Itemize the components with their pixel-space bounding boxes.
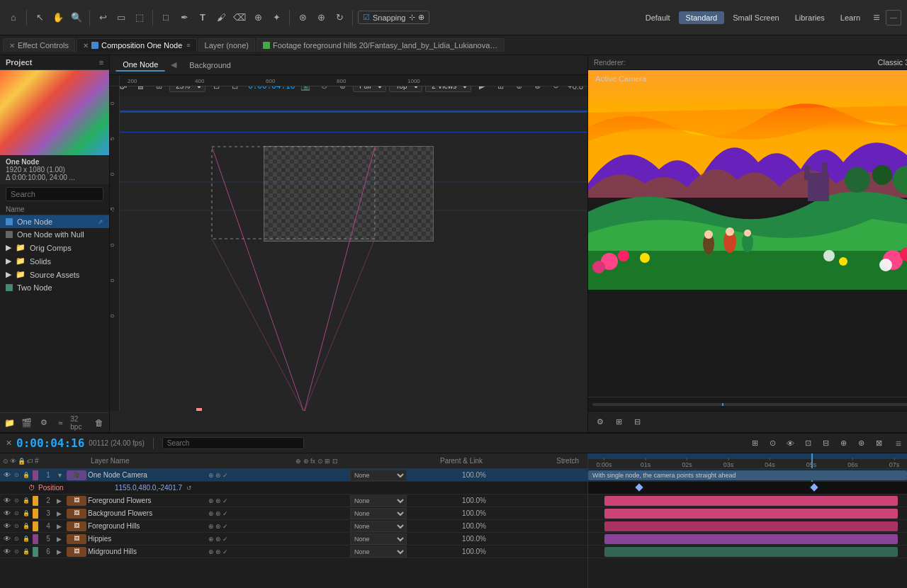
parent-select[interactable]: None [350,521,407,532]
footage-scrubber[interactable] [592,403,907,406]
layer-vis-toggle[interactable]: 👁 [0,522,14,530]
switch-3[interactable]: ✓ [222,510,228,517]
switch-1[interactable]: ⊕ [208,472,214,479]
trash-icon[interactable]: 🗑 [92,415,106,431]
solo-all-icon[interactable]: ⊙ [3,458,9,465]
workspace-libraries[interactable]: Libraries [788,11,832,24]
parent-select[interactable]: None [350,470,407,481]
anchor-icon[interactable]: ⊛ [295,10,310,26]
view-tab-background[interactable]: Background [182,60,238,71]
workspace-overflow-icon[interactable]: ≡ [869,10,884,26]
layer-solo[interactable]: ⊙ [14,510,23,516]
layer-vis-toggle[interactable]: 👁 [0,509,14,517]
layer-row[interactable]: 👁 ⊙ 🔒 5 ▶ 🖼 Hippies ⊕ ⊛ ✓ None 100.0 [0,533,587,545]
position-track-row[interactable] [588,482,907,494]
layer-solo[interactable]: ⊙ [14,536,23,542]
layer-vis-toggle[interactable]: 👁 [0,471,14,479]
switch-2[interactable]: ⊛ [215,497,221,504]
composition-view[interactable]: Top 200 400 600 800 1000 0 5 [110,75,587,432]
switch-3[interactable]: ✓ [222,497,228,504]
tab-composition[interactable]: ✕ Composition One Node ≡ [77,38,197,52]
work-area-bar[interactable] [588,453,907,459]
switch-3[interactable]: ✓ [222,472,228,479]
workspace-learn[interactable]: Learn [833,11,867,24]
new-folder-icon[interactable]: 📁 [3,415,17,431]
comp-canvas[interactable] [264,146,434,242]
workspace-default[interactable]: Default [638,11,677,24]
tl-draft-icon[interactable]: ⊟ [818,436,834,451]
footage-track-bar[interactable] [604,496,898,506]
track-row[interactable] [588,533,907,545]
footage-track-bar[interactable] [604,547,898,557]
tl-shy-icon[interactable]: 👁 [783,436,799,451]
comp-tab-menu[interactable]: ≡ [186,42,190,49]
region-icon[interactable]: ▭ [113,10,129,26]
home-icon[interactable]: ⌂ [6,10,21,26]
expand-arrow[interactable]: ▶ [6,256,11,266]
layer-lock[interactable]: 🔒 [23,536,31,542]
switch-2[interactable]: ⊛ [215,523,221,530]
flow-icon[interactable]: ≈ [53,415,67,431]
tl-solo-icon[interactable]: ⊙ [765,436,781,451]
switch-2[interactable]: ⊛ [215,472,221,479]
shape-icon[interactable]: □ [158,10,174,26]
track-row[interactable] [588,520,907,533]
tab-layer[interactable]: Layer (none) [198,38,255,52]
tl-lock-icon[interactable]: ⊞ [748,436,763,451]
tl-motion-icon[interactable]: ⊕ [836,436,852,451]
layer-lock[interactable]: 🔒 [23,548,31,555]
track-row[interactable] [588,545,907,558]
layer-solo[interactable]: ⊙ [14,497,23,504]
selection-icon[interactable]: ⬚ [132,10,147,26]
switch-1[interactable]: ⊕ [208,510,214,517]
select-tool-icon[interactable]: ↖ [32,10,47,26]
tl-chart-icon[interactable]: ⊠ [872,436,887,451]
renderer-value[interactable]: Classic 3D [878,58,908,67]
tl-expressions-icon[interactable]: ⊛ [854,436,869,451]
pos-icon[interactable]: ⊕ [313,10,329,26]
parent-select[interactable]: None [350,495,407,507]
tab-effect-controls[interactable]: ✕ Effect Controls [3,38,75,52]
position-reset-icon[interactable]: ↺ [186,485,192,492]
parent-select[interactable]: None [350,533,407,545]
switch-3[interactable]: ✓ [222,536,228,543]
puppet-icon[interactable]: ✦ [269,10,284,26]
list-item[interactable]: ▶ 📁 Solids [0,254,109,268]
layer-vis-toggle[interactable]: 👁 [0,548,14,555]
layer-row[interactable]: 👁 ⊙ 🔒 6 ▶ 🖼 Midground Hills ⊕ ⊛ ✓ None [0,545,587,558]
list-item[interactable]: One Node ⇗ [0,215,109,228]
project-settings-icon[interactable]: ⚙ [37,415,51,431]
layer-lock[interactable]: 🔒 [23,523,31,529]
layer-color-label[interactable] [33,496,38,506]
tab-footage[interactable]: Footage foreground hills 20/Fantasy_land… [257,38,505,52]
tl-frame-icon[interactable]: ⊡ [801,436,816,451]
switch-1[interactable]: ⊕ [208,548,214,555]
footage-track-bar[interactable] [604,521,898,531]
layer-solo[interactable]: ⊙ [14,472,23,478]
switch-3[interactable]: ✓ [222,548,228,555]
expand-arrow[interactable]: ▶ [6,270,11,279]
track-row[interactable] [588,494,907,507]
layer-row[interactable]: 👁 ⊙ 🔒 1 ▼ 🎥 One Node Camera ⊕ ⊛ ✓ [0,469,587,482]
switch-2[interactable]: ⊛ [215,548,221,555]
project-search-input[interactable] [6,187,103,201]
vis-all-icon[interactable]: 👁 [10,458,16,465]
snapping-toggle[interactable]: ☑ Snapping ⊹ ⊕ [358,11,429,24]
footage-grid-icon[interactable]: ⊞ [611,414,626,430]
layer-color-label[interactable] [33,521,38,531]
layer-color-label[interactable] [33,534,38,544]
layer-lock[interactable]: 🔒 [23,510,31,516]
switch-1[interactable]: ⊕ [208,523,214,530]
expand-arrow[interactable]: ▶ [6,243,11,252]
track-row[interactable] [588,507,907,520]
stamp-icon[interactable]: ⊕ [250,10,266,26]
switch-2[interactable]: ⊛ [215,510,221,517]
layer-lock[interactable]: 🔒 [23,497,31,504]
label-all-icon[interactable]: 🏷 [27,458,33,465]
view-tab-one-node[interactable]: One Node [116,59,165,72]
layer-vis-toggle[interactable]: 👁 [0,497,14,504]
list-item[interactable]: One Node with Null [0,228,109,241]
layer-expand-arrow[interactable]: ▶ [57,548,65,555]
stopwatch-icon[interactable]: ⏱ [28,484,35,492]
bit-depth-label[interactable]: 32 bpc [70,415,89,431]
